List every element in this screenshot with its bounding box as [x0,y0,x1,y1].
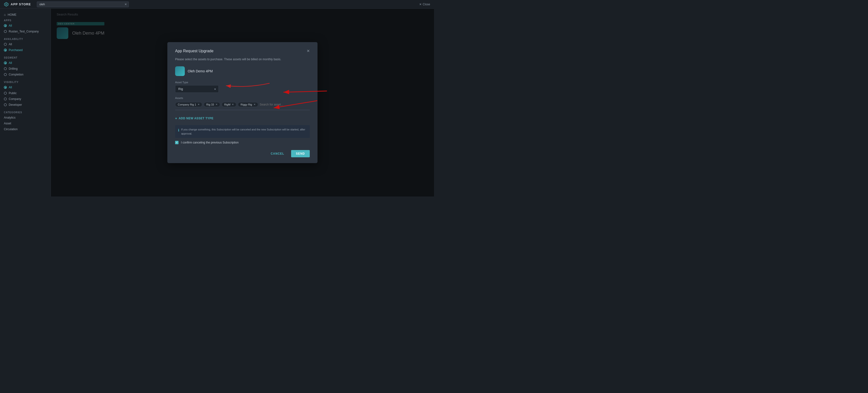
info-icon: ℹ [178,128,179,133]
radio-public [4,92,7,95]
sidebar-item-ruslan[interactable]: Ruslan_Test_Company [0,29,51,34]
modal-app-row: Oleh Demo 4PM [175,66,310,76]
svg-marker-1 [5,3,7,6]
segment-section-title: SEGMENT [0,55,51,60]
assets-group: Assets Company Rig 1 ✕ Rig 33 ✕ RigM ✕ [175,97,310,110]
arrow-annotation-1 [223,78,272,93]
categories-section-title: CATEGORIES [0,110,51,115]
modal-app-icon [175,66,185,76]
asset-type-select[interactable]: Rig [175,85,219,93]
sidebar-all-avail-label: All [9,42,12,46]
sidebar-availability-section: AVAILABILITY All Purchased [0,36,51,53]
sidebar-apps-section: APPS All Ruslan_Test_Company [0,18,51,34]
search-bar[interactable]: ✕ [37,1,129,7]
radio-drilling [4,67,7,70]
sidebar-categories-section: CATEGORIES Analytics Asset Circulation [0,110,51,132]
info-box: ℹ If you change something, this Subscrip… [175,125,310,138]
content-area: Search Results DEV CENTER Oleh Demo 4PM … [51,9,434,197]
asset-search-input[interactable] [259,103,310,106]
sidebar-item-asset[interactable]: Asset [0,121,51,126]
asset-type-group: Asset Type Rig ▼ [175,81,310,93]
apps-section-title: APPS [0,18,51,23]
asset-tag-label: Company Rig 1 [178,103,196,106]
availability-section-title: AVAILABILITY [0,36,51,41]
modal-dialog: App Request Upgrade ✕ Please select the … [167,42,317,163]
radio-ruslan [4,30,7,33]
sidebar-analytics-label: Analytics [4,116,16,119]
assets-label: Assets [175,97,310,99]
close-label: Close [423,3,430,6]
plus-icon: + [175,117,177,120]
logo-icon [4,2,9,7]
topbar: APP STORE ✕ ✕ Close [0,0,434,9]
sidebar-item-home[interactable]: ⌂ HOME [0,11,51,18]
asset-tag-riggy: Riggy Rig ✕ [238,102,258,107]
asset-tag-remove-1[interactable]: ✕ [216,103,217,106]
modal-app-name: Oleh Demo 4PM [188,69,213,73]
sidebar-item-drilling[interactable]: Drilling [0,66,51,72]
sidebar-item-all-vis[interactable]: All [0,85,51,90]
sidebar-item-completion[interactable]: Completion [0,72,51,77]
search-clear-icon[interactable]: ✕ [124,3,127,6]
asset-type-label: Asset Type [175,81,310,84]
sidebar-company-label: Company [9,97,21,101]
asset-tag-label-2: RigM [224,103,230,106]
sidebar-circulation-label: Circulation [4,128,18,131]
sidebar-item-all-seg[interactable]: All [0,60,51,66]
sidebar-item-company[interactable]: Company [0,96,51,102]
modal-subtitle: Please select the assets to purchase. Th… [175,57,310,62]
add-new-asset-label: ADD NEW ASSET TYPE [179,117,214,120]
asset-tag-label-1: Rig 33 [206,103,214,106]
cancel-button[interactable]: CANCEL [267,150,288,157]
add-new-asset-type-button[interactable]: + ADD NEW ASSET TYPE [175,114,310,121]
asset-tag-remove-0[interactable]: ✕ [197,103,199,106]
send-button[interactable]: SEND [291,150,310,157]
sidebar-item-public[interactable]: Public [0,90,51,96]
modal-title: App Request Upgrade [175,49,213,53]
radio-developer [4,103,7,106]
sidebar-all-vis-label: All [9,86,12,89]
app-title: APP STORE [11,2,31,6]
sidebar-all-seg-label: All [9,61,12,65]
sidebar-purchased-label: Purchased [9,48,23,52]
sidebar-segment-section: SEGMENT All Drilling Completion [0,55,51,77]
sidebar-developer-label: Developer [9,103,22,106]
asset-type-select-wrapper: Rig ▼ [175,85,219,93]
radio-company [4,98,7,100]
sidebar-visibility-section: VISIBILITY All Public Company Developer [0,79,51,108]
sidebar-item-all-apps[interactable]: All [0,23,51,29]
radio-completion [4,73,7,76]
radio-all-apps [4,24,7,27]
modal-close-button[interactable]: ✕ [307,49,310,53]
sidebar-item-circulation[interactable]: Circulation [0,126,51,132]
sidebar-drilling-label: Drilling [9,67,18,70]
home-icon: ⌂ [4,13,6,17]
sidebar-item-developer[interactable]: Developer [0,102,51,108]
modal-footer: CANCEL SEND [175,149,310,157]
sidebar-item-purchased[interactable]: Purchased [0,47,51,53]
confirm-label: I confirm canceling the previous Subscri… [181,141,239,144]
asset-tag-rigm: RigM ✕ [222,102,237,107]
sidebar-item-all-avail[interactable]: All [0,41,51,47]
visibility-section-title: VISIBILITY [0,79,51,85]
search-input[interactable] [37,1,129,7]
sidebar-item-analytics[interactable]: Analytics [0,115,51,121]
sidebar-completion-label: Completion [9,73,24,76]
close-button[interactable]: ✕ Close [419,3,430,6]
asset-tag-rig33: Rig 33 ✕ [204,102,220,107]
sidebar-public-label: Public [9,92,17,95]
sidebar-ruslan-label: Ruslan_Test_Company [9,30,39,33]
asset-tag-company-rig: Company Rig 1 ✕ [175,102,202,107]
confirm-checkbox[interactable] [175,141,179,144]
sidebar-asset-label: Asset [4,122,11,125]
radio-all-seg [4,62,7,64]
assets-field: Company Rig 1 ✕ Rig 33 ✕ RigM ✕ Riggy [175,101,310,110]
asset-tag-label-3: Riggy Rig [241,103,252,106]
info-text: If you change something, this Subscripti… [181,128,307,135]
modal-header: App Request Upgrade ✕ [175,49,310,53]
app-logo: APP STORE [4,2,31,7]
asset-tag-remove-2[interactable]: ✕ [232,103,234,106]
radio-all-avail [4,43,7,46]
asset-tag-remove-3[interactable]: ✕ [254,103,255,106]
main-layout: ⌂ HOME APPS All Ruslan_Test_Company AVAI… [0,9,434,197]
